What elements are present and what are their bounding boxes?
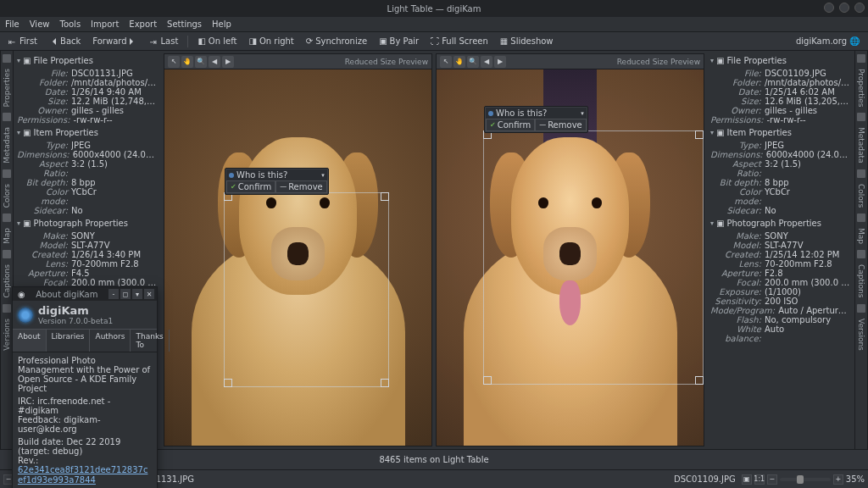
tab-metadata[interactable]: Metadata (857, 125, 865, 166)
chevron-down-icon[interactable]: ▾ (321, 172, 325, 179)
menu-help[interactable]: Help (212, 19, 231, 29)
person-icon (229, 173, 234, 178)
tab-authors[interactable]: Authors (90, 330, 131, 352)
properties-tab-icon[interactable] (3, 54, 11, 63)
property-row: Type:JPEG (17, 141, 158, 150)
property-row: Owner:gilles - gilles (17, 106, 158, 115)
next-icon[interactable]: ▶ (222, 56, 234, 68)
nav-first-button[interactable]: First (3, 35, 42, 47)
face-rectangle[interactable]: Who is this?▾ ✔Confirm —Remove (224, 192, 389, 387)
nav-last-button[interactable]: Last (145, 35, 184, 47)
menu-view[interactable]: View (30, 19, 50, 29)
confirm-face-button[interactable]: ✔Confirm (226, 180, 275, 193)
property-row: Folder:/mnt/data/photos/Gi... (17, 78, 158, 87)
tab-map[interactable]: Map (857, 225, 865, 247)
property-row: Lens:70-200mm F2.8 (710, 259, 851, 269)
remove-face-button[interactable]: —Remove (535, 119, 587, 131)
section-header[interactable]: ▾ ▣ File Properties (710, 55, 851, 66)
tab-versions[interactable]: Versions (3, 316, 11, 353)
section-header[interactable]: ▾ ▣ File Properties (17, 55, 158, 66)
on-left-button[interactable]: ◧On left (192, 35, 242, 47)
menu-file[interactable]: File (5, 19, 19, 29)
colors-tab-icon[interactable] (857, 169, 865, 178)
nav-forward-button[interactable]: Forward (87, 35, 142, 47)
fullscreen-button[interactable]: ⛶Full Screen (426, 35, 493, 47)
map-tab-icon[interactable] (3, 214, 11, 222)
tab-captions[interactable]: Captions (3, 262, 11, 300)
tab-about[interactable]: About (13, 330, 47, 352)
tab-map[interactable]: Map (3, 225, 11, 247)
prev-icon[interactable]: ◀ (481, 56, 492, 68)
chevron-down-icon[interactable]: ▾ (581, 110, 584, 117)
digikam-site-link[interactable]: digiKam.org🌐 (791, 35, 865, 47)
menu-import[interactable]: Import (91, 19, 119, 29)
on-right-button[interactable]: ◨On right (243, 35, 298, 47)
app-name: digiKam (38, 304, 113, 317)
pointer-tool-icon[interactable]: ↖ (440, 56, 452, 68)
zoom-out-button[interactable]: − (767, 474, 777, 485)
metadata-tab-icon[interactable] (857, 113, 865, 121)
face-name-input[interactable]: Who is this?▾ (226, 169, 327, 180)
collapse-icon: ▾ (710, 57, 714, 64)
menu-tools[interactable]: Tools (59, 19, 81, 29)
section-header[interactable]: ▾ ▣ Item Properties (710, 127, 851, 138)
tab-colors[interactable]: Colors (3, 181, 11, 210)
dialog-max-button[interactable]: ◻ (120, 289, 131, 299)
right-image-canvas[interactable]: Who is this?▾ ✔Confirm —Remove (437, 69, 704, 446)
tab-metadata[interactable]: Metadata (3, 125, 11, 166)
right-properties-pane: ▾ ▣ File PropertiesFile:DSC01109.JPGFold… (707, 51, 854, 449)
by-pair-button[interactable]: ▣By Pair (374, 35, 424, 47)
zoom-slider-right[interactable] (780, 478, 831, 481)
tab-properties[interactable]: Properties (3, 66, 11, 109)
dialog-min-button[interactable]: ‐ (108, 289, 119, 299)
window-close-button[interactable] (854, 3, 865, 13)
properties-tab-icon[interactable] (857, 54, 865, 63)
zoom-tool-icon[interactable]: 🔍 (467, 56, 479, 68)
section-header[interactable]: ▾ ▣ Photograph Properties (710, 218, 851, 229)
hand-tool-icon[interactable]: 🤚 (453, 56, 465, 68)
tab-thanks[interactable]: Thanks To (131, 330, 169, 352)
window-minimize-button[interactable] (824, 3, 834, 13)
versions-tab-icon[interactable] (857, 304, 865, 313)
zoom-100-icon[interactable]: 1:1 (754, 474, 765, 485)
window-maximize-button[interactable] (839, 3, 849, 13)
captions-tab-icon[interactable] (3, 250, 11, 258)
dialog-shade-button[interactable]: ▾ (132, 289, 142, 299)
tab-properties[interactable]: Properties (857, 66, 865, 109)
app-version: Version 7.0.0-beta1 (38, 317, 113, 325)
property-row: Sidecar:No (17, 206, 158, 215)
prev-icon[interactable]: ◀ (209, 56, 220, 68)
zoom-in-button[interactable]: + (833, 474, 843, 485)
tab-libraries[interactable]: Libraries (47, 330, 91, 352)
face-name-input[interactable]: Who is this?▾ (486, 108, 587, 119)
tab-colors[interactable]: Colors (857, 181, 865, 210)
pointer-tool-icon[interactable]: ↖ (168, 56, 180, 68)
property-row: Color mode:YCbCr (710, 187, 851, 206)
first-icon (8, 37, 17, 46)
confirm-face-button[interactable]: ✔Confirm (486, 119, 535, 131)
captions-tab-icon[interactable] (857, 250, 865, 258)
property-row: Size:12.2 MiB (12,748,752) (17, 97, 158, 106)
face-rectangle[interactable]: Who is this?▾ ✔Confirm —Remove (483, 130, 704, 385)
menu-export[interactable]: Export (129, 19, 157, 29)
colors-tab-icon[interactable] (3, 169, 11, 178)
nav-back-button[interactable]: Back (44, 35, 86, 47)
metadata-tab-icon[interactable] (3, 113, 11, 121)
next-icon[interactable]: ▶ (494, 56, 506, 68)
about-rev-link[interactable]: 62e341cea8f3121dee712837cef1d93e993a7844 (18, 465, 147, 485)
fit-window-icon[interactable]: ▣ (742, 474, 752, 485)
tab-captions[interactable]: Captions (857, 262, 865, 300)
left-image-canvas[interactable]: Who is this?▾ ✔Confirm —Remove (164, 69, 431, 446)
section-header[interactable]: ▾ ▣ Item Properties (17, 127, 158, 138)
versions-tab-icon[interactable] (3, 304, 11, 313)
menu-settings[interactable]: Settings (167, 19, 202, 29)
map-tab-icon[interactable] (857, 214, 865, 222)
dialog-close-button[interactable]: ✕ (144, 289, 154, 299)
section-header[interactable]: ▾ ▣ Photograph Properties (17, 218, 158, 229)
tab-versions[interactable]: Versions (857, 316, 865, 353)
hand-tool-icon[interactable]: 🤚 (181, 56, 193, 68)
zoom-tool-icon[interactable]: 🔍 (195, 56, 207, 68)
synchronize-button[interactable]: ⟳Synchronize (301, 35, 372, 47)
remove-face-button[interactable]: —Remove (275, 180, 327, 193)
slideshow-button[interactable]: ▦Slideshow (495, 35, 559, 47)
